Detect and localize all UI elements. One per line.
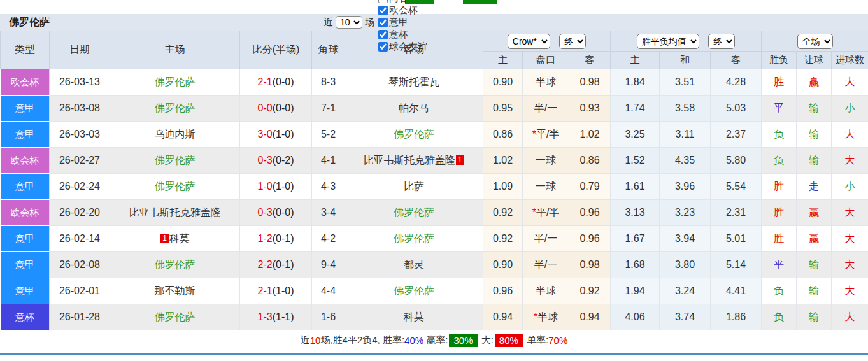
result-wdl: 负 xyxy=(762,278,797,304)
handicap-line: *平/半 xyxy=(523,122,569,148)
col-header-score: 比分(半场) xyxy=(240,31,312,69)
summary-segment: 赢率: xyxy=(423,334,448,346)
away-team: 帕尔马 xyxy=(345,96,483,122)
home-team: 佛罗伦萨 xyxy=(110,252,240,278)
match-date: 26-02-01 xyxy=(50,278,110,304)
checkbox-icon[interactable] xyxy=(378,42,388,52)
team-name: 佛罗伦萨 xyxy=(155,259,196,270)
corner-score: 5-2 xyxy=(312,122,345,148)
odds-company-select[interactable]: Crow* xyxy=(508,34,550,49)
bottom-divider xyxy=(0,353,868,355)
match-type: 意杯 xyxy=(1,304,50,330)
halftime-score: (0-2) xyxy=(273,155,294,166)
handicap-line: *平/半 xyxy=(523,200,569,226)
checkbox-icon[interactable] xyxy=(378,30,388,39)
handicap-home-odds: 0.90 xyxy=(483,69,523,96)
near-label: 近 xyxy=(324,17,333,29)
handicap-home-odds: 1.02 xyxy=(483,148,523,174)
result-goals: 小 xyxy=(832,96,868,122)
result-handicap: 走 xyxy=(797,174,832,200)
handicap-line: *半球 xyxy=(523,304,569,330)
corner-score: 7-1 xyxy=(312,96,345,122)
halftime-score: (0-1) xyxy=(273,233,294,244)
recent-count-select[interactable]: 10 xyxy=(336,16,362,29)
filter-checkbox-4[interactable]: 球会友谊 xyxy=(378,41,427,53)
col-header-corner: 角球 xyxy=(312,31,345,69)
odds-win: 4.06 xyxy=(611,304,660,330)
col-header-odds-draw: 和 xyxy=(660,52,711,69)
team-name: 佛罗伦萨 xyxy=(155,103,196,113)
match-type: 意甲 xyxy=(1,174,50,200)
summary-segment: 大: xyxy=(479,334,494,346)
odds-win: 1.61 xyxy=(611,174,660,200)
filter-bar: 佛罗伦萨 近 10 场 同客欧会杯意甲意杯球会友谊 xyxy=(0,14,868,31)
team-name: 佛罗伦萨 xyxy=(155,311,196,322)
fulltime-score: 0-0 xyxy=(258,103,273,113)
halftime-score: (1-0) xyxy=(273,181,294,192)
match-date: 26-03-13 xyxy=(50,69,110,96)
odds-company-time-select[interactable]: 终 xyxy=(559,34,586,49)
odds-draw: 3.23 xyxy=(660,200,711,226)
fulltime-score: 1-2 xyxy=(258,233,273,244)
games-label: 场 xyxy=(365,17,374,29)
match-row: 意甲26-03-08佛罗伦萨0-0(0-0)7-1帕尔马0.95半/一0.931… xyxy=(1,96,868,122)
team-name: 佛罗伦萨 xyxy=(394,207,434,218)
checkbox-icon[interactable] xyxy=(378,6,388,15)
odds-lose: 5.14 xyxy=(711,252,762,278)
team-name: 佛罗伦萨 xyxy=(155,181,196,192)
card-badge: 1 xyxy=(456,155,464,165)
col-header-date: 日期 xyxy=(50,31,110,69)
handicap-line: 半/一 xyxy=(523,226,569,252)
handicap-away-odds: 0.98 xyxy=(569,69,611,96)
result-goals: 大 xyxy=(832,304,868,330)
handicap-home-odds: 0.95 xyxy=(483,96,523,122)
handicap-line: 半/一 xyxy=(523,96,569,122)
result-handicap: 赢 xyxy=(797,226,832,252)
odds-draw: 3.74 xyxy=(660,304,711,330)
filters: 近 10 场 同客欧会杯意甲意杯球会友谊 xyxy=(324,14,427,31)
scope-select[interactable]: 全场 xyxy=(797,34,833,49)
odds-lose: 4.41 xyxy=(711,278,762,304)
home-team: 比亚韦斯托克雅盖隆 xyxy=(110,200,240,226)
handicap-away-odds: 0.98 xyxy=(569,252,611,278)
match-date: 26-02-27 xyxy=(50,148,110,174)
filter-checkbox-2[interactable]: 意甲 xyxy=(378,17,427,29)
checkbox-icon[interactable] xyxy=(378,0,388,3)
match-row: 欧会杯26-03-13佛罗伦萨2-1(0-0)8-3琴斯托霍瓦0.90半球0.9… xyxy=(1,69,868,96)
result-wdl: 胜 xyxy=(762,200,797,226)
handicap-home-odds: 0.94 xyxy=(483,304,523,330)
wdl-time-select[interactable]: 终 xyxy=(708,34,735,49)
team-name: 科莫 xyxy=(169,233,190,244)
result-wdl: 负 xyxy=(762,304,797,330)
summary-segment: 10 xyxy=(310,335,321,346)
away-team: 琴斯托霍瓦 xyxy=(345,69,483,96)
home-team: 佛罗伦萨 xyxy=(110,69,240,96)
match-date: 26-02-14 xyxy=(50,226,110,252)
result-handicap: 输 xyxy=(797,278,832,304)
odds-lose: 5.03 xyxy=(711,96,762,122)
handicap-away-odds: 0.93 xyxy=(569,96,611,122)
match-row: 意甲26-02-24佛罗伦萨1-0(1-0)4-3比萨1.09一球0.791.6… xyxy=(1,174,868,200)
odds-win: 1.94 xyxy=(611,278,660,304)
wdl-average-select[interactable]: 胜平负均值 xyxy=(637,34,699,49)
filter-checkbox-3[interactable]: 意杯 xyxy=(378,29,427,41)
handicap-line: 半球 xyxy=(523,278,569,304)
match-date: 26-02-08 xyxy=(50,252,110,278)
handicap-away-odds: 0.96 xyxy=(569,226,611,252)
home-team: 佛罗伦萨 xyxy=(110,174,240,200)
odds-win: 1.84 xyxy=(611,69,660,96)
star-icon: * xyxy=(534,311,537,322)
result-handicap: 赢 xyxy=(797,69,832,96)
odds-draw: 3.58 xyxy=(660,96,711,122)
checkbox-icon[interactable] xyxy=(378,18,388,27)
summary-segment: 30% xyxy=(449,334,477,347)
halftime-score: (0-0) xyxy=(273,207,294,218)
team-name: 比亚韦斯托克雅盖隆 xyxy=(129,207,221,218)
halftime-score: (0-0) xyxy=(273,76,294,87)
away-team: 佛罗伦萨 xyxy=(345,278,483,304)
wdl-controls: 胜平负均值 终 xyxy=(611,31,762,52)
odds-win: 3.13 xyxy=(611,200,660,226)
filter-checkbox-1[interactable]: 欧会杯 xyxy=(378,4,427,17)
handicap-home-odds: 0.92 xyxy=(483,200,523,226)
match-row: 意甲26-02-08佛罗伦萨2-2(0-1)9-4都灵0.90半/一0.981.… xyxy=(1,252,868,278)
